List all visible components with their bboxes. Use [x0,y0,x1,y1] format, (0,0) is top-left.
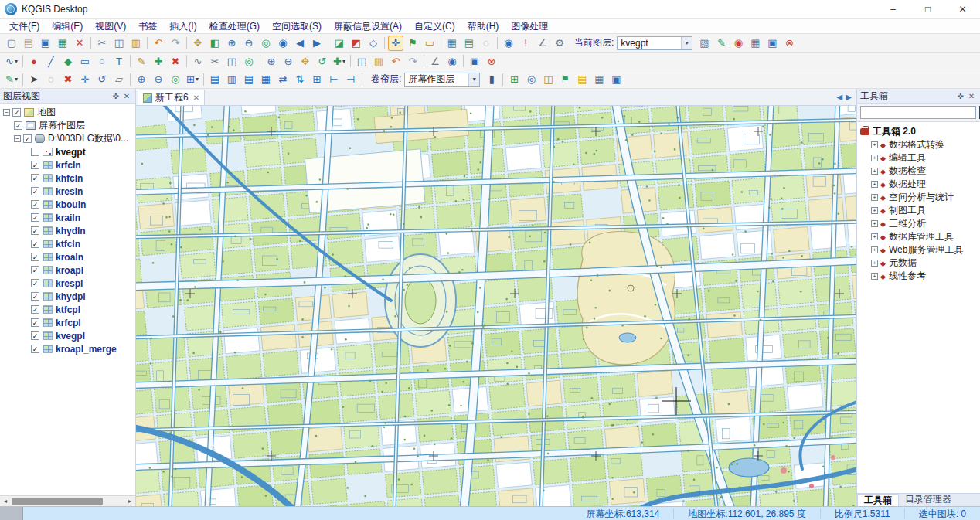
layer-checkbox[interactable]: ✓ [31,279,39,287]
layer-checkbox[interactable]: ✓ [31,161,39,169]
layer-properties-icon[interactable]: ▧ [696,36,712,51]
toolbox-root-row[interactable]: 工具箱 2.0 [857,125,980,138]
snap-toggle-icon[interactable]: ◉ [444,53,460,69]
toolbox-item-row[interactable]: +◆线性参考 [857,270,980,283]
menu-item[interactable]: 屏蔽信息设置(A) [328,19,408,34]
layer-name[interactable]: kvegpl [56,331,85,342]
layer-row[interactable]: ✓khfcln [0,172,135,185]
bookmark-icon[interactable]: ⚑ [557,72,573,87]
toolbox-item-row[interactable]: +◆元数据 [857,257,980,270]
html-popup-icon[interactable]: ▭ [422,36,437,51]
overview-window-icon[interactable]: ⊞ [506,72,522,87]
paste-icon[interactable]: ▥ [128,36,144,51]
datasource-checkbox[interactable]: ✓ [23,134,32,143]
toolbox-root-label[interactable]: 工具箱 2.0 [873,125,916,138]
toolbox-item-row[interactable]: +◆制图工具 [857,204,980,217]
draw-circle-icon[interactable]: ○ [94,53,110,69]
layer-checkbox[interactable]: ✓ [31,292,39,301]
toolbox-item-row[interactable]: +◆三维分析 [857,217,980,230]
layer-row[interactable]: ✓krfcln [0,158,135,172]
layer-checkbox[interactable]: ✓ [31,213,39,222]
save-view-icon[interactable]: ▣ [608,72,624,87]
identify-icon[interactable]: ✜ [388,36,403,51]
pin-icon[interactable]: ✜ [955,92,966,100]
note-icon[interactable]: ▤ [574,72,590,87]
menu-item[interactable]: 插入(I) [163,19,202,34]
grid-view-icon[interactable]: ▦ [747,36,763,51]
panel-tab-inactive[interactable]: 目录管理器 [899,494,958,506]
maximize-button[interactable]: □ [910,0,945,19]
layer-row[interactable]: ✓krailn [0,211,135,224]
layer-row[interactable]: ✓krespl [0,277,135,290]
close-icon[interactable]: ✕ [121,92,132,100]
toolbox-item-label[interactable]: Web服务管理工具 [889,243,963,257]
menu-item[interactable]: 图像处理 [505,19,554,34]
scrollbar-track[interactable] [11,497,124,506]
clear-selection-icon[interactable]: ◩ [349,36,364,51]
chevron-down-icon[interactable]: ▾ [681,37,692,49]
select-cursor-icon[interactable]: ➤ [26,72,42,87]
map-tab-label[interactable]: 新工程6 [155,91,189,104]
screen-layer-label[interactable]: 屏幕作图层 [39,119,85,132]
menu-item[interactable]: 文件(F) [3,19,46,34]
layer-checkbox[interactable]: ✓ [31,266,39,274]
split-icon[interactable]: ✂ [207,53,223,69]
stop-icon[interactable]: ⊗ [781,36,797,51]
expand-icon[interactable]: + [871,155,878,161]
toolbox-item-label[interactable]: 元数据 [889,257,917,270]
clear-all-icon[interactable]: ✖ [60,72,76,87]
layer-name[interactable]: krailn [56,212,80,223]
layer-name[interactable]: kroaln [56,252,83,263]
layer-name[interactable]: kroapl [56,265,83,276]
zoom-in-edit-icon[interactable]: ⊕ [264,53,279,69]
magnifier-window-icon[interactable]: ◎ [523,72,539,87]
copy-feature-icon[interactable]: ◫ [354,53,369,69]
draw-point-icon[interactable]: ● [26,53,42,69]
layer-checkbox[interactable] [31,148,39,156]
attribute-table-icon[interactable]: ▦ [444,36,460,51]
cut-icon[interactable]: ✂ [94,36,110,51]
layer-checkbox[interactable]: ✓ [31,331,39,340]
same-size-icon[interactable]: ⊞ [309,72,325,87]
align-right-icon[interactable]: ▤ [241,72,257,87]
chevron-down-icon[interactable]: ▾ [196,76,199,83]
expand-icon[interactable]: + [871,260,878,267]
layer-checkbox[interactable]: ✓ [31,174,39,182]
buffer-icon[interactable]: ◎ [241,53,257,69]
toolbox-item-label[interactable]: 空间分析与统计 [889,191,954,204]
expand-icon[interactable]: + [871,233,878,240]
style-editor-icon[interactable]: ✎ [713,36,729,51]
lasso-select-icon[interactable]: ◌ [43,72,59,87]
pan-edit-icon[interactable]: ✥ [298,53,313,69]
sketch-tool-icon[interactable]: ∿▾ [4,53,19,69]
zoom-out-map-icon[interactable]: ⊖ [151,72,166,87]
full-extent-icon[interactable]: ◎ [258,36,274,51]
expand-icon[interactable]: + [871,181,878,188]
toolbox-search-input[interactable] [860,106,976,119]
draw-rectangle-icon[interactable]: ▭ [77,53,93,69]
scroll-left-icon[interactable]: ◂ [0,498,11,505]
align-top-icon[interactable]: ▦ [258,72,274,87]
layout-grid-icon[interactable]: ▦ [591,72,607,87]
expand-icon[interactable]: + [871,194,878,201]
menu-item[interactable]: 检查处理(G) [203,19,266,34]
open-folder-icon[interactable]: ▤ [21,36,36,51]
select-polygon-icon[interactable]: ◇ [366,36,381,51]
pan-tool-icon[interactable]: ✥ [190,36,206,51]
expand-icon[interactable]: + [871,246,878,253]
zoom-out-icon[interactable]: ⊖ [241,36,257,51]
layer-checkbox[interactable]: ✓ [31,345,39,353]
menu-item[interactable]: 自定义(C) [408,19,461,34]
new-document-icon[interactable]: ▢ [4,36,19,51]
layer-checkbox[interactable]: ✓ [31,253,39,261]
stop-editing-icon[interactable]: ⊗ [484,53,499,69]
toolbox-item-row[interactable]: +◆编辑工具 [857,151,980,165]
zoom-in-map-icon[interactable]: ⊕ [134,72,149,87]
menu-item[interactable]: 视图(V) [89,19,132,34]
collapse-icon[interactable]: − [3,109,10,116]
layer-checkbox[interactable]: ✓ [31,240,39,248]
tab-scroll-left-icon[interactable]: ◀ [837,93,843,101]
toolbox-item-row[interactable]: +◆数据格式转换 [857,138,980,151]
toolbox-item-label[interactable]: 数据检查 [889,165,926,178]
layer-row[interactable]: ✓kbouln [0,198,135,211]
